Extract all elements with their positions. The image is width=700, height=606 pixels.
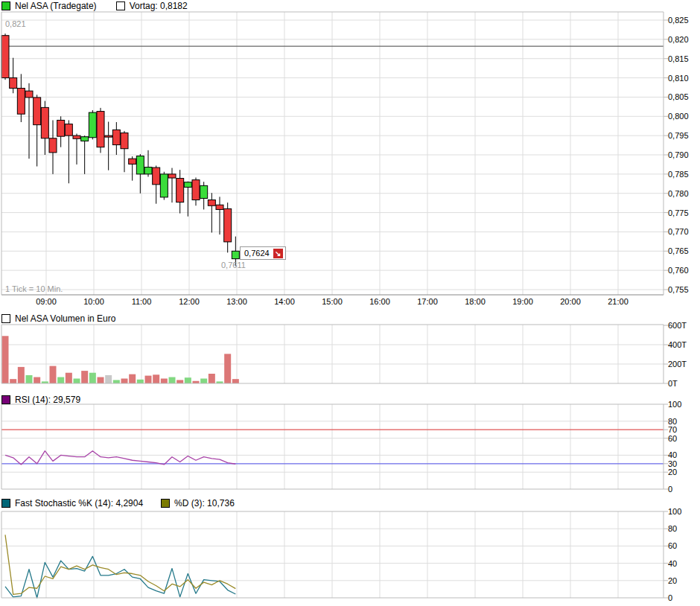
trading-chart-page: 0,8250,8200,8150,8100,8050,8000,7950,790… — [0, 0, 700, 606]
volume-bar — [185, 377, 191, 383]
axis-tick-label: 100 — [668, 400, 681, 409]
candle — [34, 98, 41, 125]
candle — [73, 135, 80, 138]
day-low-label: 0,7611 — [221, 261, 246, 269]
candle — [10, 78, 17, 89]
vortag-swatch-icon — [116, 1, 125, 10]
stochastic-k-swatch-icon — [1, 499, 10, 508]
volume-bar — [153, 374, 159, 383]
candle — [89, 112, 96, 138]
candle — [17, 89, 25, 115]
rsi-label: RSI (14): 29,579 — [15, 395, 80, 405]
stochastic-legend: Fast Stochastic %K (14): 4,2904 %D (3): … — [1, 498, 235, 508]
volume-bar — [121, 379, 128, 384]
candle — [192, 180, 200, 200]
axis-tick-label: 100 — [668, 507, 681, 516]
axis-tick-label: 400T — [668, 340, 687, 349]
open-price-label: 0,821 — [5, 19, 26, 28]
axis-tick-label: 0,820 — [668, 35, 689, 44]
axis-tick-label: 0,815 — [668, 54, 689, 63]
vortag-label: Vortag: 0,8182 — [130, 1, 188, 11]
series-swatch-icon — [1, 1, 10, 10]
stochastic-d-label: %D (3): 10,736 — [174, 498, 235, 508]
axis-tick-label: 80 — [668, 524, 677, 533]
volume-swatch-icon — [1, 314, 10, 323]
stoch-k-line — [5, 556, 235, 598]
volume-bar — [113, 380, 120, 383]
stochastic-d-swatch-icon — [161, 499, 170, 508]
candle — [184, 182, 191, 188]
time-tick-label: 16:00 — [369, 297, 390, 306]
axis-tick-label: 0,810 — [668, 74, 689, 83]
axis-tick-label: 20 — [668, 576, 677, 585]
rsi-panel: 1008070604030200 — [1, 400, 681, 494]
axis-tick-label: 0,780 — [668, 189, 689, 198]
candle — [153, 168, 160, 185]
volume-bar — [137, 380, 144, 383]
axis-tick-label: 70 — [668, 425, 677, 434]
volume-bar — [209, 374, 215, 383]
axis-tick-label: 80 — [668, 417, 677, 426]
volume-bar — [98, 377, 104, 383]
candle — [97, 112, 104, 147]
candle — [81, 137, 89, 141]
time-tick-label: 11:00 — [132, 297, 152, 306]
candle — [224, 208, 232, 241]
volume-bar — [161, 379, 168, 384]
time-tick-label: 12:00 — [179, 297, 200, 306]
axis-tick-label: 20 — [668, 468, 677, 476]
candle — [216, 205, 223, 209]
axis-tick-label: 30 — [668, 459, 677, 468]
axis-tick-label: 0,805 — [668, 92, 689, 101]
volume-bar — [224, 354, 231, 383]
candle — [25, 91, 33, 98]
chart-canvas: 0,8250,8200,8150,8100,8050,8000,7950,790… — [0, 0, 700, 606]
axis-tick-label: 0,765 — [668, 246, 689, 255]
volume-bar — [81, 371, 88, 383]
volume-bar — [232, 379, 239, 383]
price-panel: 0,8250,8200,8150,8100,8050,8000,7950,790… — [1, 12, 689, 306]
axis-tick-label: 0 — [668, 485, 672, 494]
time-tick-label: 17:00 — [417, 297, 438, 306]
candle — [176, 179, 184, 202]
volume-bar — [89, 373, 96, 383]
axis-tick-label: 0,755 — [668, 285, 689, 294]
candle — [144, 168, 152, 174]
last-price-callout: 0,7624 ↘ — [240, 246, 286, 260]
volume-bar — [176, 380, 183, 383]
volume-bar — [26, 375, 33, 383]
candle — [49, 138, 57, 153]
axis-tick-label: 0,775 — [668, 208, 689, 217]
axis-tick-label: 0 — [668, 593, 672, 602]
axis-tick-label: 0,790 — [668, 150, 689, 159]
axis-tick-label: 60 — [668, 541, 677, 550]
time-tick-label: 15:00 — [322, 297, 343, 306]
time-tick-label: 13:00 — [226, 297, 247, 306]
axis-tick-label: 0,770 — [668, 227, 689, 236]
axis-tick-label: 40 — [668, 559, 677, 568]
time-tick-label: 18:00 — [465, 297, 486, 306]
time-tick-label: 09:00 — [36, 297, 57, 306]
price-down-arrow-icon: ↘ — [273, 249, 283, 258]
candle — [168, 174, 176, 178]
stochastic-panel: 100806040200 — [1, 507, 681, 602]
volume-bar — [50, 366, 57, 383]
time-tick-label: 10:00 — [83, 297, 104, 306]
axis-tick-label: 0,760 — [668, 266, 689, 275]
candle — [121, 133, 128, 149]
time-tick-label: 14:00 — [274, 297, 295, 306]
axis-tick-label: 0T — [668, 379, 678, 388]
candle — [65, 124, 72, 136]
candle — [136, 156, 144, 174]
candle — [112, 130, 120, 144]
candle — [160, 174, 168, 197]
volume-label: Nel ASA Volumen in Euro — [15, 313, 115, 324]
time-tick-label: 20:00 — [560, 297, 581, 306]
volume-bar — [74, 379, 80, 384]
candle — [1, 36, 9, 78]
candle — [105, 135, 112, 137]
price-chart-legend: Nel ASA (Tradegate) Vortag: 0,8182 — [1, 1, 188, 11]
candle — [200, 185, 208, 198]
axis-tick-label: 0,795 — [668, 131, 689, 140]
volume-bar — [57, 377, 64, 383]
